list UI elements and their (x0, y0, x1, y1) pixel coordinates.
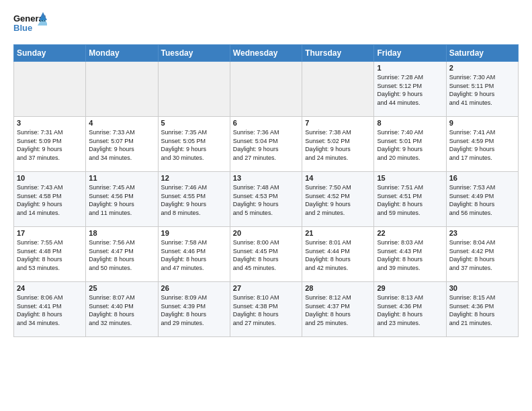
day-number: 17 (17, 229, 83, 237)
calendar-cell: 26Sunrise: 8:09 AM Sunset: 4:39 PM Dayli… (158, 282, 230, 337)
calendar-cell: 18Sunrise: 7:56 AM Sunset: 4:47 PM Dayli… (86, 227, 158, 282)
calendar-cell: 27Sunrise: 8:10 AM Sunset: 4:38 PM Dayli… (230, 282, 302, 337)
svg-text:Blue: Blue (13, 23, 32, 33)
day-info: Sunrise: 7:41 AM Sunset: 4:59 PM Dayligh… (449, 128, 515, 162)
day-info: Sunrise: 7:38 AM Sunset: 5:02 PM Dayligh… (305, 128, 371, 162)
calendar-week-2: 3Sunrise: 7:31 AM Sunset: 5:09 PM Daylig… (14, 117, 519, 172)
day-info: Sunrise: 7:36 AM Sunset: 5:04 PM Dayligh… (233, 128, 299, 162)
weekday-header-wednesday: Wednesday (230, 45, 302, 62)
day-number: 9 (449, 119, 515, 127)
day-number: 21 (305, 229, 371, 237)
day-number: 26 (161, 284, 227, 292)
day-number: 11 (89, 174, 154, 182)
day-info: Sunrise: 7:40 AM Sunset: 5:01 PM Dayligh… (377, 128, 443, 162)
calendar-cell: 24Sunrise: 8:06 AM Sunset: 4:41 PM Dayli… (14, 282, 86, 337)
calendar-cell (302, 62, 374, 117)
day-info: Sunrise: 8:13 AM Sunset: 4:36 PM Dayligh… (377, 293, 443, 327)
day-info: Sunrise: 7:48 AM Sunset: 4:53 PM Dayligh… (233, 183, 299, 217)
calendar-cell: 20Sunrise: 8:00 AM Sunset: 4:45 PM Dayli… (230, 227, 302, 282)
day-number: 25 (89, 284, 154, 292)
day-number: 2 (449, 64, 515, 72)
calendar-table: SundayMondayTuesdayWednesdayThursdayFrid… (13, 44, 519, 337)
day-info: Sunrise: 7:33 AM Sunset: 5:07 PM Dayligh… (89, 128, 154, 162)
day-info: Sunrise: 7:50 AM Sunset: 4:52 PM Dayligh… (305, 183, 371, 217)
weekday-header-sunday: Sunday (14, 45, 86, 62)
calendar-cell: 7Sunrise: 7:38 AM Sunset: 5:02 PM Daylig… (302, 117, 374, 172)
day-info: Sunrise: 8:10 AM Sunset: 4:38 PM Dayligh… (233, 293, 299, 327)
day-info: Sunrise: 8:04 AM Sunset: 4:42 PM Dayligh… (449, 238, 515, 272)
weekday-header-row: SundayMondayTuesdayWednesdayThursdayFrid… (14, 45, 519, 62)
calendar-cell: 3Sunrise: 7:31 AM Sunset: 5:09 PM Daylig… (14, 117, 86, 172)
calendar-cell: 2Sunrise: 7:30 AM Sunset: 5:11 PM Daylig… (446, 62, 518, 117)
calendar-cell: 17Sunrise: 7:55 AM Sunset: 4:48 PM Dayli… (14, 227, 86, 282)
calendar-week-1: 1Sunrise: 7:28 AM Sunset: 5:12 PM Daylig… (14, 62, 519, 117)
calendar-cell: 10Sunrise: 7:43 AM Sunset: 4:58 PM Dayli… (14, 172, 86, 227)
day-number: 10 (17, 174, 83, 182)
calendar-week-5: 24Sunrise: 8:06 AM Sunset: 4:41 PM Dayli… (14, 282, 519, 337)
day-info: Sunrise: 8:06 AM Sunset: 4:41 PM Dayligh… (17, 293, 83, 327)
day-number: 15 (377, 174, 443, 182)
calendar-week-3: 10Sunrise: 7:43 AM Sunset: 4:58 PM Dayli… (14, 172, 519, 227)
day-number: 3 (17, 119, 83, 127)
calendar-cell (230, 62, 302, 117)
calendar-cell: 13Sunrise: 7:48 AM Sunset: 4:53 PM Dayli… (230, 172, 302, 227)
calendar-cell: 25Sunrise: 8:07 AM Sunset: 4:40 PM Dayli… (86, 282, 158, 337)
calendar-cell (158, 62, 230, 117)
day-number: 28 (305, 284, 371, 292)
day-info: Sunrise: 7:53 AM Sunset: 4:49 PM Dayligh… (449, 183, 515, 217)
calendar-cell: 29Sunrise: 8:13 AM Sunset: 4:36 PM Dayli… (374, 282, 446, 337)
day-info: Sunrise: 7:58 AM Sunset: 4:46 PM Dayligh… (161, 238, 227, 272)
calendar-cell: 28Sunrise: 8:12 AM Sunset: 4:37 PM Dayli… (302, 282, 374, 337)
day-number: 19 (161, 229, 227, 237)
day-number: 7 (305, 119, 371, 127)
calendar-cell: 5Sunrise: 7:35 AM Sunset: 5:05 PM Daylig… (158, 117, 230, 172)
day-number: 5 (161, 119, 227, 127)
day-info: Sunrise: 7:35 AM Sunset: 5:05 PM Dayligh… (161, 128, 227, 162)
page-header: General Blue (13, 11, 519, 38)
calendar-cell: 12Sunrise: 7:46 AM Sunset: 4:55 PM Dayli… (158, 172, 230, 227)
calendar-cell (86, 62, 158, 117)
day-info: Sunrise: 8:03 AM Sunset: 4:43 PM Dayligh… (377, 238, 443, 272)
calendar-cell: 9Sunrise: 7:41 AM Sunset: 4:59 PM Daylig… (446, 117, 518, 172)
calendar-cell: 4Sunrise: 7:33 AM Sunset: 5:07 PM Daylig… (86, 117, 158, 172)
day-info: Sunrise: 8:12 AM Sunset: 4:37 PM Dayligh… (305, 293, 371, 327)
weekday-header-tuesday: Tuesday (158, 45, 230, 62)
day-info: Sunrise: 8:00 AM Sunset: 4:45 PM Dayligh… (233, 238, 299, 272)
day-info: Sunrise: 7:43 AM Sunset: 4:58 PM Dayligh… (17, 183, 83, 217)
weekday-header-thursday: Thursday (302, 45, 374, 62)
day-number: 29 (377, 284, 443, 292)
day-number: 30 (449, 284, 515, 292)
day-info: Sunrise: 7:55 AM Sunset: 4:48 PM Dayligh… (17, 238, 83, 272)
logo: General Blue (13, 11, 47, 38)
calendar-cell: 19Sunrise: 7:58 AM Sunset: 4:46 PM Dayli… (158, 227, 230, 282)
day-info: Sunrise: 7:51 AM Sunset: 4:51 PM Dayligh… (377, 183, 443, 217)
weekday-header-monday: Monday (86, 45, 158, 62)
day-number: 1 (377, 64, 443, 72)
day-info: Sunrise: 8:09 AM Sunset: 4:39 PM Dayligh… (161, 293, 227, 327)
calendar-cell: 23Sunrise: 8:04 AM Sunset: 4:42 PM Dayli… (446, 227, 518, 282)
day-number: 13 (233, 174, 299, 182)
day-number: 8 (377, 119, 443, 127)
day-number: 20 (233, 229, 299, 237)
day-info: Sunrise: 7:46 AM Sunset: 4:55 PM Dayligh… (161, 183, 227, 217)
day-info: Sunrise: 8:01 AM Sunset: 4:44 PM Dayligh… (305, 238, 371, 272)
day-info: Sunrise: 8:15 AM Sunset: 4:36 PM Dayligh… (449, 293, 515, 327)
weekday-header-saturday: Saturday (446, 45, 518, 62)
day-info: Sunrise: 8:07 AM Sunset: 4:40 PM Dayligh… (89, 293, 154, 327)
day-info: Sunrise: 7:56 AM Sunset: 4:47 PM Dayligh… (89, 238, 154, 272)
logo-svg: General Blue (13, 11, 47, 38)
weekday-header-friday: Friday (374, 45, 446, 62)
calendar-cell: 11Sunrise: 7:45 AM Sunset: 4:56 PM Dayli… (86, 172, 158, 227)
day-info: Sunrise: 7:30 AM Sunset: 5:11 PM Dayligh… (449, 73, 515, 107)
day-info: Sunrise: 7:28 AM Sunset: 5:12 PM Dayligh… (377, 73, 443, 107)
calendar-cell: 16Sunrise: 7:53 AM Sunset: 4:49 PM Dayli… (446, 172, 518, 227)
day-info: Sunrise: 7:45 AM Sunset: 4:56 PM Dayligh… (89, 183, 154, 217)
day-number: 16 (449, 174, 515, 182)
calendar-cell: 30Sunrise: 8:15 AM Sunset: 4:36 PM Dayli… (446, 282, 518, 337)
day-number: 22 (377, 229, 443, 237)
calendar-cell: 6Sunrise: 7:36 AM Sunset: 5:04 PM Daylig… (230, 117, 302, 172)
calendar-week-4: 17Sunrise: 7:55 AM Sunset: 4:48 PM Dayli… (14, 227, 519, 282)
day-number: 27 (233, 284, 299, 292)
calendar-cell: 15Sunrise: 7:51 AM Sunset: 4:51 PM Dayli… (374, 172, 446, 227)
day-number: 18 (89, 229, 154, 237)
